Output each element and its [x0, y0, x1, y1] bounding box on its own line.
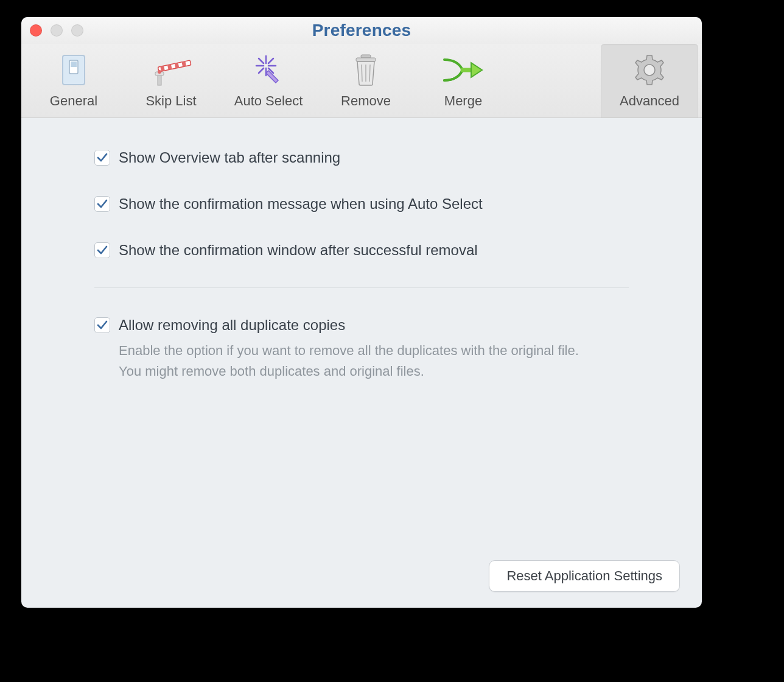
tab-label: Remove [341, 93, 391, 109]
maximize-icon [71, 24, 83, 37]
traffic-lights [30, 24, 83, 37]
window-title: Preferences [21, 17, 702, 44]
tab-skip-list[interactable]: Skip List [122, 44, 220, 118]
skip-list-icon [149, 52, 193, 88]
toolbar: General Skip List [21, 44, 702, 118]
svg-point-10 [158, 70, 161, 74]
option-label: Show the confirmation message when using… [119, 195, 483, 213]
minimize-icon [51, 24, 63, 37]
trash-icon [351, 52, 380, 88]
option-label: Show the confirmation window after succe… [119, 241, 478, 259]
titlebar: Preferences [21, 17, 702, 44]
content-advanced: Show Overview tab after scanning Show th… [21, 118, 702, 424]
checkbox-confirm-autoselect[interactable] [94, 196, 110, 212]
merge-icon [442, 52, 485, 88]
option-label: Allow removing all duplicate copies [119, 316, 345, 334]
svg-rect-11 [361, 55, 371, 58]
footer: Reset Application Settings [489, 560, 680, 592]
help-line: Enable the option if you want to remove … [119, 340, 629, 361]
tab-label: Advanced [620, 93, 679, 109]
svg-line-13 [362, 65, 362, 82]
checkbox-show-overview[interactable] [94, 150, 110, 166]
checkbox-allow-remove-all[interactable] [94, 317, 110, 333]
option-confirm-removal: Show the confirmation window after succe… [94, 241, 629, 259]
general-icon [59, 52, 88, 88]
gear-icon [633, 52, 666, 88]
close-icon[interactable] [30, 24, 42, 37]
option-label: Show Overview tab after scanning [119, 149, 340, 167]
tab-label: Auto Select [234, 93, 303, 109]
tab-general[interactable]: General [25, 44, 122, 118]
option-allow-remove-all: Allow removing all duplicate copies [94, 316, 629, 334]
svg-rect-2 [71, 62, 77, 67]
auto-select-icon [251, 52, 285, 88]
tab-label: Skip List [145, 93, 196, 109]
tab-label: Merge [444, 93, 482, 109]
option-show-overview: Show Overview tab after scanning [94, 149, 629, 167]
svg-rect-12 [356, 58, 376, 62]
divider [94, 287, 629, 288]
tab-auto-select[interactable]: Auto Select [220, 44, 317, 118]
svg-line-15 [369, 65, 370, 82]
reset-button[interactable]: Reset Application Settings [489, 560, 680, 592]
tab-remove[interactable]: Remove [317, 44, 415, 118]
tab-advanced[interactable]: Advanced [601, 44, 698, 118]
checkbox-confirm-removal[interactable] [94, 242, 110, 258]
option-confirm-autoselect: Show the confirmation message when using… [94, 195, 629, 213]
svg-rect-3 [158, 74, 161, 85]
preferences-window: Preferences General [21, 17, 702, 608]
tab-label: General [50, 93, 97, 109]
help-line: You might remove both duplicates and ori… [119, 361, 629, 382]
tab-merge[interactable]: Merge [415, 44, 512, 118]
svg-point-16 [644, 65, 655, 76]
option-help-text: Enable the option if you want to remove … [119, 340, 629, 382]
